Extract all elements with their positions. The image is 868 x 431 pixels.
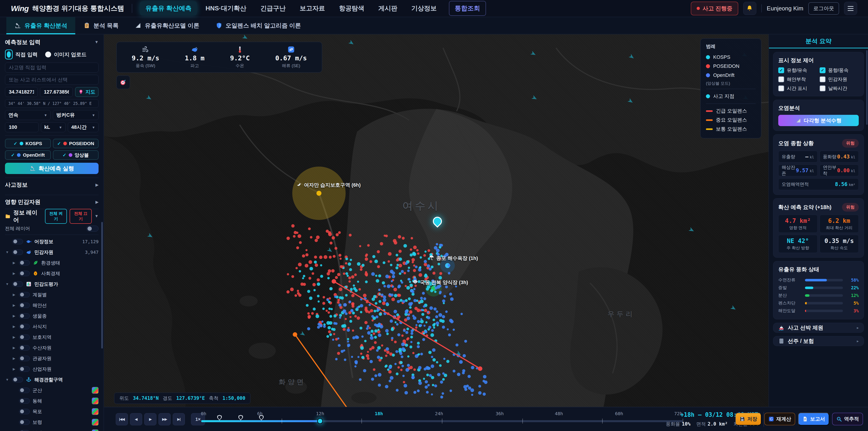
timeline-tick-24h[interactable]: 24h (435, 411, 443, 416)
tab-0[interactable]: 유출유 확산분석 (6, 17, 75, 34)
layer-toggle[interactable] (19, 420, 30, 425)
chevron-right-icon[interactable]: ▶ (12, 325, 16, 329)
incident-name-input[interactable] (5, 63, 98, 72)
chevron-right-icon[interactable]: ▶ (12, 346, 16, 350)
layer-toggle[interactable] (19, 303, 30, 308)
locate-incident-button[interactable] (116, 75, 130, 89)
play-button[interactable]: ▶ (144, 413, 156, 425)
save-button[interactable]: 저장 (735, 413, 761, 425)
tab-3[interactable]: 오일펜스 배치 알고리즘 이론 (208, 17, 309, 34)
chevron-right-icon[interactable]: ▶ (12, 314, 16, 318)
nav-item-6[interactable]: 기상정보 (406, 1, 442, 16)
nav-item-3[interactable]: 보고자료 (294, 1, 331, 16)
timeline-handle[interactable] (317, 418, 323, 424)
layers-all-on-button[interactable]: 전체 켜기 (45, 209, 67, 224)
nav-item-0[interactable]: 유출유 확산예측 (140, 1, 197, 16)
layer-toggle[interactable] (12, 377, 23, 382)
fence-deploy-marker-icon[interactable] (259, 415, 264, 420)
layer-toggle[interactable] (12, 249, 23, 255)
fence-deploy-marker-icon[interactable] (217, 415, 222, 420)
skip-end-button[interactable]: ▶| (173, 413, 185, 425)
nav-item-1[interactable]: HNS·대기확산 (200, 1, 252, 16)
palette-icon[interactable] (92, 408, 98, 415)
chevron-right-icon[interactable]: ▶ (12, 293, 16, 297)
layer-toggle[interactable] (19, 388, 30, 393)
timeline-tick-48h[interactable]: 48h (555, 411, 563, 416)
layer-toggle[interactable] (12, 281, 23, 287)
timeline-tick-12h[interactable]: 12h (316, 411, 324, 416)
timeline-tick-18h[interactable]: 18h (375, 411, 383, 416)
model-chip-POSEIDON[interactable]: ✓POSEIDON (53, 139, 99, 148)
layer-toggle[interactable] (19, 345, 30, 350)
layer-toggle[interactable] (19, 430, 30, 431)
layers-all-off-button[interactable]: 전체 끄기 (70, 209, 92, 224)
chevron-right-icon[interactable]: ▶ (12, 335, 16, 339)
master-layer-toggle[interactable] (86, 225, 98, 232)
predict-section-header[interactable]: 예측정보 입력 ▼ (5, 38, 98, 46)
display-option-0[interactable]: ✓유향/유속 (778, 67, 817, 73)
notifications-button[interactable] (743, 2, 756, 15)
nav-item-4[interactable]: 항공탐색 (334, 1, 370, 16)
layer-toggle[interactable] (19, 409, 30, 414)
skip-start-button[interactable]: |◀◀ (116, 413, 128, 425)
run-prediction-button[interactable]: 확산예측 실행 (5, 163, 98, 174)
layer-toggle[interactable] (19, 260, 30, 266)
nav-item-2[interactable]: 긴급구난 (255, 1, 291, 16)
logout-button[interactable]: 로그아웃 (808, 2, 839, 15)
fast-forward-button[interactable]: ▶▶ (158, 413, 170, 425)
display-option-4[interactable]: 시간 표시 (778, 85, 817, 92)
nav-item-5[interactable]: 게시판 (373, 1, 403, 16)
chevron-down-icon[interactable]: ▼ (5, 282, 9, 286)
chevron-right-icon[interactable]: ▶ (12, 367, 16, 371)
layer-toggle[interactable] (19, 324, 30, 329)
refresh-button[interactable]: 재계산 (764, 413, 795, 425)
layer-toggle[interactable] (19, 335, 30, 340)
oilfence-endpoint[interactable] (478, 366, 483, 371)
model-chip-KOSPS[interactable]: ✓KOSPS (5, 139, 51, 148)
spill-type-select[interactable]: 연속▼ (5, 110, 51, 120)
map-viewport[interactable]: 여수시화양면우두리 여자만 습지보호구역 (6h)종포 해수욕장 (1h)국동 … (104, 34, 769, 407)
unit-select[interactable]: kL▼ (41, 122, 66, 132)
layer-toggle[interactable] (19, 313, 30, 319)
incident-list-input[interactable] (5, 75, 98, 85)
chevron-down-icon[interactable]: ▼ (5, 250, 9, 254)
longitude-input[interactable] (40, 87, 73, 97)
layer-toggle[interactable] (19, 366, 30, 372)
fence-deploy-marker-icon[interactable] (239, 415, 243, 420)
palette-icon[interactable] (92, 429, 98, 431)
chevron-down-icon[interactable]: ▼ (5, 378, 9, 381)
layer-toggle[interactable] (19, 398, 30, 404)
display-option-5[interactable]: 날짜시간 (819, 85, 859, 92)
palette-icon[interactable] (92, 398, 98, 404)
tab-1[interactable]: 분석 목록 (75, 17, 127, 34)
layer-toggle[interactable] (19, 356, 30, 361)
chevron-right-icon[interactable]: ▶ (12, 303, 16, 307)
layer-toggle[interactable] (19, 292, 30, 298)
radio-direct-input[interactable]: 직접 입력 (5, 50, 37, 59)
nav-item-7[interactable]: 통합조회 (449, 1, 486, 16)
tab-2[interactable]: 유출유확산모델 이론 (127, 17, 207, 34)
layer-toggle[interactable] (19, 271, 30, 276)
oilfence-endpoint[interactable] (332, 279, 336, 284)
incident-location-pin[interactable] (433, 217, 442, 226)
display-option-1[interactable]: ✓풍향/풍속 (819, 67, 859, 73)
ship-specs-card[interactable]: 사고 선박 제원 ▸ (773, 323, 864, 333)
report-button[interactable]: 보고서 (798, 413, 829, 425)
owner-insurance-card[interactable]: 선주 / 보험 ▸ (773, 336, 864, 346)
layers-section-header[interactable]: 정보 레이어 전체 켜기 전체 끄기 ▼ (5, 209, 98, 223)
amount-input[interactable] (5, 122, 39, 132)
search-button[interactable]: 역추적 (832, 413, 863, 425)
hamburger-menu-button[interactable] (844, 2, 857, 15)
duration-select[interactable]: 48시간▼ (68, 122, 98, 132)
timeline-tick-60h[interactable]: 60h (615, 411, 623, 416)
model-chip-OpenDrift[interactable]: ✓OpenDrift (5, 150, 51, 160)
sidebar-scrollbar[interactable] (101, 222, 103, 348)
oilfence-endpoint[interactable] (293, 332, 297, 337)
model-chip-앙상블[interactable]: ✓앙상블 (53, 150, 99, 160)
sidebar-section-1[interactable]: 영향 민감자원▶ (5, 195, 98, 209)
oil-type-select[interactable]: 벙커C유▼ (53, 110, 98, 120)
summary-scrollbar[interactable] (866, 50, 868, 125)
chevron-right-icon[interactable]: ▶ (12, 357, 16, 361)
palette-icon[interactable] (92, 419, 98, 426)
display-option-3[interactable]: 민감자원 (819, 76, 859, 83)
